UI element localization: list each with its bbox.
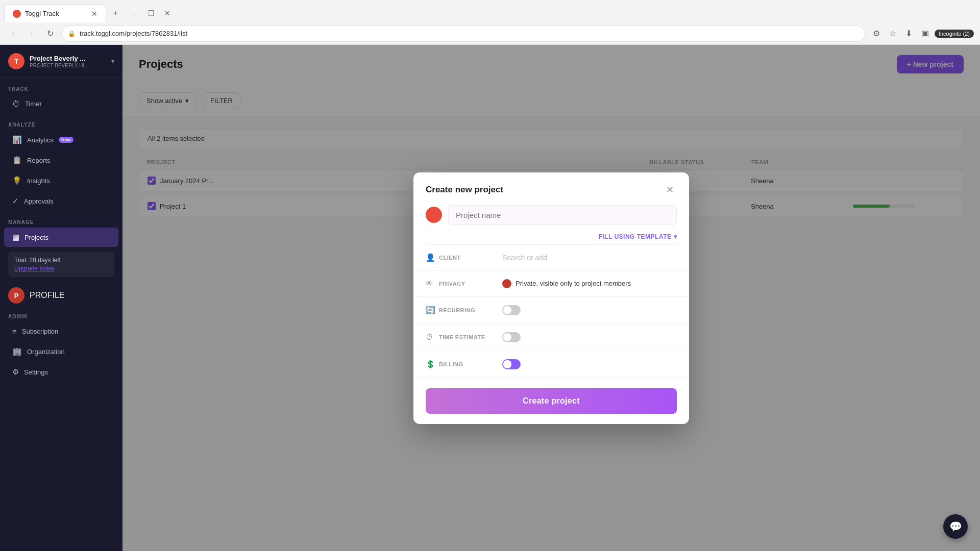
privacy-value: Private, visible only to project members: [502, 279, 677, 288]
brand-sub: PROJECT BEVERLY HI...: [30, 63, 106, 68]
insights-icon: 💡: [12, 176, 22, 185]
lock-icon: 🔒: [68, 30, 76, 37]
window-controls: — ❐ ✕: [129, 7, 174, 19]
manage-section-label: MANAGE: [0, 211, 122, 227]
tab-close-icon[interactable]: ✕: [91, 10, 97, 18]
extensions-icon[interactable]: ⚙: [869, 27, 884, 41]
recurring-toggle[interactable]: [502, 305, 521, 315]
fill-template-button[interactable]: FILL USING TEMPLATE ▾: [598, 233, 677, 240]
main-content: Projects + New project Show active ▾ FIL…: [122, 45, 980, 551]
privacy-text: Private, visible only to project members: [516, 280, 631, 287]
time-estimate-toggle[interactable]: [502, 332, 521, 342]
admin-section-label: ADMIN: [0, 310, 122, 321]
app-layout: T Project Beverly ... PROJECT BEVERLY HI…: [0, 45, 980, 551]
trial-text: Trial: 28 days left: [14, 257, 61, 264]
client-placeholder: Search or add: [502, 254, 547, 262]
download-icon[interactable]: ⬇: [902, 27, 916, 41]
star-icon[interactable]: ☆: [886, 27, 900, 41]
avatar: P: [8, 287, 24, 304]
analyze-section-label: ANALYZE: [0, 114, 122, 130]
sidebar-item-projects[interactable]: ▦ Projects: [4, 228, 118, 247]
tab-label: Toggl Track: [25, 10, 59, 17]
recurring-field: 🔄 RECURRING: [413, 297, 689, 324]
project-name-input[interactable]: [448, 205, 677, 225]
project-name-row: [413, 205, 689, 233]
approvals-icon: ✓: [12, 196, 19, 206]
modal-header: Create new project ✕: [413, 172, 689, 205]
subscription-icon: ≡: [12, 327, 17, 336]
sidebar-logo: T: [8, 53, 24, 69]
time-estimate-value: [502, 332, 677, 342]
reports-icon: 📋: [12, 156, 22, 165]
url-text: track.toggl.com/projects/7862831/list: [80, 30, 187, 37]
sidebar-item-settings[interactable]: ⚙ Settings: [4, 362, 118, 382]
analytics-icon: 📊: [12, 135, 22, 144]
time-estimate-icon: ⏱: [426, 333, 435, 342]
back-button[interactable]: ‹: [6, 27, 20, 41]
restore-button[interactable]: ❐: [145, 7, 157, 19]
privacy-color-dot: [502, 279, 511, 288]
track-section-label: TRACK: [0, 78, 122, 94]
create-project-button[interactable]: Create project: [426, 388, 677, 414]
create-project-modal: Create new project ✕ FILL USING TEMPLATE…: [413, 172, 689, 424]
sidebar-header[interactable]: T Project Beverly ... PROJECT BEVERLY HI…: [0, 45, 122, 78]
privacy-label: PRIVACY: [439, 281, 465, 287]
close-button[interactable]: ✕: [161, 7, 174, 19]
active-tab[interactable]: Toggl Track ✕: [4, 4, 106, 22]
privacy-icon-label: 👁 PRIVACY: [426, 279, 502, 288]
recurring-label: RECURRING: [439, 307, 475, 313]
color-picker[interactable]: [426, 207, 442, 223]
sidebar-item-organization[interactable]: 🏢 Organization: [4, 342, 118, 361]
minimize-button[interactable]: —: [129, 7, 141, 19]
sidebar-item-reports[interactable]: 📋 Reports: [4, 151, 118, 170]
sidebar-brand: Project Beverly ... PROJECT BEVERLY HI..…: [30, 55, 106, 68]
sidebar-expand-icon[interactable]: ▾: [111, 58, 114, 65]
address-bar[interactable]: 🔒 track.toggl.com/projects/7862831/list: [61, 26, 865, 42]
billing-toggle[interactable]: [502, 359, 521, 369]
client-label: CLIENT: [439, 255, 461, 261]
incognito-badge[interactable]: Incognito (2): [935, 30, 974, 38]
browser-chrome: Toggl Track ✕ + — ❐ ✕ ‹ › ↻ 🔒 track.togg…: [0, 0, 980, 45]
client-icon-label: 👤 CLIENT: [426, 253, 502, 262]
forward-button[interactable]: ›: [24, 27, 39, 41]
chat-bubble-button[interactable]: 💬: [943, 514, 968, 539]
new-tab-button[interactable]: +: [108, 6, 122, 20]
analytics-badge: New: [59, 137, 74, 143]
billing-value: [502, 359, 677, 369]
billing-label: BILLING: [439, 361, 463, 367]
modal-title: Create new project: [426, 185, 503, 195]
refresh-button[interactable]: ↻: [43, 27, 57, 41]
billing-field: 💲 BILLING: [413, 351, 689, 378]
template-row: FILL USING TEMPLATE ▾: [413, 233, 689, 244]
subscription-label: Subscription: [22, 328, 59, 335]
sidebar-item-insights[interactable]: 💡 Insights: [4, 171, 118, 190]
time-estimate-icon-label: ⏱ TIME ESTIMATE: [426, 333, 502, 342]
insights-label: Insights: [27, 177, 50, 185]
modal-footer: Create project: [413, 378, 689, 424]
sidebar-item-analytics[interactable]: 📊 Analytics New: [4, 130, 118, 149]
sidebar-profile[interactable]: P PROFILE: [0, 281, 122, 310]
client-value[interactable]: Search or add: [502, 254, 677, 262]
analytics-label: Analytics: [27, 136, 54, 144]
recurring-value: [502, 305, 677, 315]
billing-icon-label: 💲 BILLING: [426, 360, 502, 369]
eye-icon: 👁: [426, 279, 435, 288]
trial-container: Trial: 28 days left Upgrade today: [0, 247, 122, 281]
trial-upgrade-link[interactable]: Upgrade today: [14, 265, 108, 272]
recurring-icon: 🔄: [426, 306, 435, 315]
time-estimate-label: TIME ESTIMATE: [439, 334, 485, 340]
trial-box: Trial: 28 days left Upgrade today: [8, 252, 114, 277]
tab-favicon: [13, 10, 21, 18]
device-icon[interactable]: ▣: [918, 27, 933, 41]
modal-close-button[interactable]: ✕: [663, 183, 677, 197]
profile-label: PROFILE: [30, 291, 64, 300]
client-icon: 👤: [426, 253, 435, 262]
settings-icon: ⚙: [12, 367, 19, 377]
projects-icon: ▦: [12, 233, 19, 242]
organization-label: Organization: [27, 348, 65, 356]
modal-overlay[interactable]: Create new project ✕ FILL USING TEMPLATE…: [122, 45, 980, 551]
sidebar: T Project Beverly ... PROJECT BEVERLY HI…: [0, 45, 122, 551]
sidebar-item-approvals[interactable]: ✓ Approvals: [4, 191, 118, 211]
sidebar-item-timer[interactable]: ⏱ Timer: [4, 94, 118, 113]
sidebar-item-subscription[interactable]: ≡ Subscription: [4, 322, 118, 341]
